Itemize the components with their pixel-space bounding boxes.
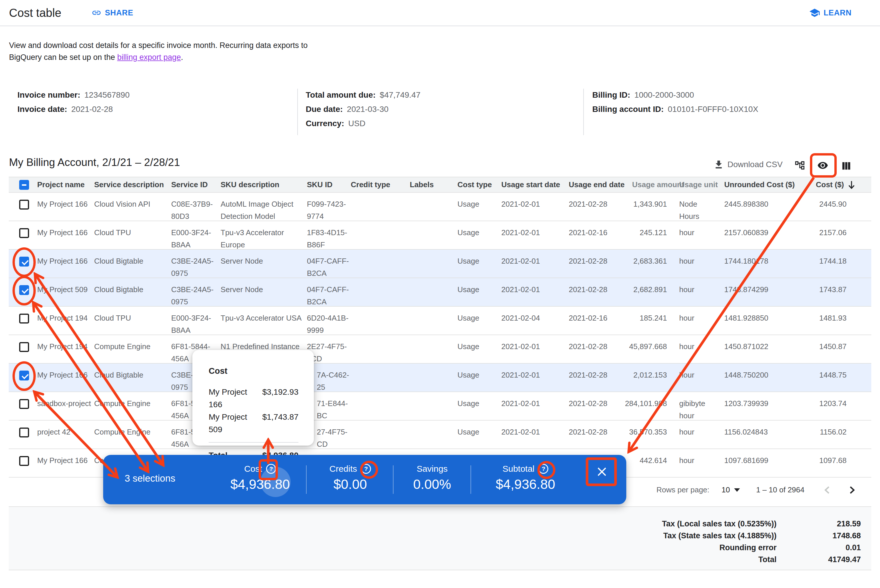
cell-unrounded-cost: 1481.928850 bbox=[719, 307, 811, 336]
cell-service-description: Compute Engine bbox=[94, 335, 171, 365]
column-header-label: SKU description bbox=[220, 180, 279, 189]
row-checkbox[interactable] bbox=[19, 285, 29, 295]
cell-usage-unit: hour bbox=[667, 221, 719, 251]
next-page-button[interactable] bbox=[846, 484, 858, 496]
column-header-sku-id[interactable]: SKU ID bbox=[307, 180, 351, 189]
row-checkbox[interactable] bbox=[19, 228, 29, 238]
cell-line: Europe bbox=[220, 238, 307, 251]
cell-sku-id: 04F7-CAFF-B2CA bbox=[307, 250, 351, 279]
row-select-cell bbox=[9, 193, 37, 222]
cell-sku-id: F099-7423-9774 bbox=[307, 193, 351, 222]
cell-usage-unit: gibibytehour bbox=[667, 392, 719, 422]
cell-usage-start-date: 2021-02-01 bbox=[501, 421, 569, 450]
column-header-labels[interactable]: Labels bbox=[410, 180, 457, 189]
column-header-usage-start-date[interactable]: Usage start date bbox=[501, 180, 569, 189]
cell-usage-start-date: 2021-02-01 bbox=[501, 221, 569, 251]
column-header-label: Service description bbox=[94, 180, 164, 189]
cell-credit-type bbox=[351, 278, 410, 308]
cell-line: E000-3F24- bbox=[171, 226, 220, 238]
cell-cost: 1203.74 bbox=[811, 392, 871, 422]
table-body: My Project 166Cloud Vision APIC08E-37B9-… bbox=[9, 193, 871, 477]
invoice-field: Billing account ID:010101-F0FFF0-10X10X bbox=[592, 102, 758, 116]
row-checkbox[interactable] bbox=[19, 399, 29, 409]
divider bbox=[583, 88, 584, 135]
column-header-usage-unit[interactable]: Usage unit bbox=[667, 180, 719, 189]
cell-project-name: My Project 194 bbox=[37, 335, 94, 365]
cell-usage-end-date: 2021-02-16 bbox=[569, 221, 632, 251]
close-selection-bar-button[interactable] bbox=[590, 460, 613, 483]
row-checkbox[interactable] bbox=[19, 314, 29, 324]
account-tree-icon-button[interactable] bbox=[794, 160, 805, 171]
download-csv-button[interactable]: Download CSV bbox=[714, 159, 783, 170]
cell-project-name: My Project 166 bbox=[37, 221, 94, 251]
column-header-cost[interactable]: Cost ($) bbox=[811, 180, 871, 190]
cell-project-name: project 42 bbox=[37, 421, 94, 450]
cell-usage-start-date: 2021-02-01 bbox=[501, 250, 569, 279]
column-header-label: Usage start date bbox=[501, 180, 560, 189]
column-header-service-description[interactable]: Service description bbox=[94, 180, 171, 189]
column-display-icon-button[interactable] bbox=[841, 160, 852, 171]
rows-per-page-select[interactable]: 10 bbox=[722, 485, 740, 494]
help-icon[interactable]: ? bbox=[538, 464, 549, 474]
cell-line: 7A-C462- bbox=[317, 369, 351, 381]
cell-line: hour bbox=[679, 369, 719, 381]
select-all-checkbox[interactable] bbox=[19, 180, 29, 190]
row-checkbox[interactable] bbox=[19, 200, 29, 210]
row-checkbox[interactable] bbox=[19, 456, 29, 466]
row-checkbox[interactable] bbox=[19, 342, 29, 352]
divider bbox=[393, 465, 393, 494]
invoice-field-label: Total amount due: bbox=[306, 90, 376, 99]
cell-line: F099-7423- bbox=[307, 198, 351, 210]
cell-labels bbox=[410, 278, 457, 308]
column-header-credit-type[interactable]: Credit type bbox=[351, 180, 410, 189]
eye-icon-button[interactable] bbox=[817, 160, 828, 171]
column-header-cost-type[interactable]: Cost type bbox=[457, 180, 501, 189]
column-header-usage-end-date[interactable]: Usage end date bbox=[569, 180, 632, 189]
cell-unrounded-cost: 1744.180178 bbox=[719, 250, 811, 279]
column-header-usage-amount[interactable]: Usage amount bbox=[632, 180, 667, 189]
cell-cost: 1156.02 bbox=[811, 421, 871, 450]
cell-service-description: Cloud TPU bbox=[94, 307, 171, 336]
invoice-field-value: $47,749.47 bbox=[380, 90, 421, 99]
billing-export-page-link[interactable]: billing export page bbox=[117, 53, 181, 62]
column-header-service-id[interactable]: Service ID bbox=[171, 180, 220, 189]
cell-cost-type: Usage bbox=[457, 421, 501, 450]
graduation-cap-icon bbox=[809, 7, 820, 18]
cell-project-name: My Project 194 bbox=[37, 307, 94, 336]
cell-usage-amount: 1,343.901 bbox=[632, 193, 667, 222]
cell-usage-end-date: 2021-02-28 bbox=[569, 193, 632, 222]
cell-usage-start-date: 2021-02-01 bbox=[501, 392, 569, 422]
cell-line: 71-E844- bbox=[317, 398, 351, 410]
selection-bar-group-label-row: Cost? bbox=[231, 463, 290, 475]
table-row: project 42Compute Engine6F81-5844-456A27… bbox=[9, 421, 871, 449]
invoice-field: Total amount due:$47,749.47 bbox=[306, 88, 421, 102]
cell-project-name: My Project 509 bbox=[37, 278, 94, 308]
learn-button[interactable]: LEARN bbox=[809, 7, 852, 18]
column-header-unrounded-cost[interactable]: Unrounded Cost ($) bbox=[719, 180, 811, 189]
cell-usage-unit: hour bbox=[667, 250, 719, 279]
invoice-field-label: Billing account ID: bbox=[592, 105, 664, 114]
column-header-label: Project name bbox=[37, 180, 85, 189]
column-header-project-name[interactable]: Project name bbox=[37, 180, 94, 189]
row-select-cell bbox=[9, 335, 37, 365]
help-icon[interactable]: ? bbox=[361, 464, 371, 474]
row-checkbox[interactable] bbox=[19, 370, 29, 381]
page-range-label: 1 – 10 of 2964 bbox=[756, 485, 804, 494]
cell-usage-amount: 442.614 bbox=[632, 449, 667, 477]
help-icon[interactable]: ? bbox=[266, 464, 276, 474]
column-header-label: SKU ID bbox=[307, 180, 333, 189]
cell-labels bbox=[410, 250, 457, 279]
learn-label: LEARN bbox=[824, 8, 852, 18]
row-select-cell bbox=[9, 364, 37, 393]
tax-summary-row: Tax (Local sales tax (0.5235%))218.59 bbox=[9, 518, 861, 530]
share-button[interactable]: SHARE bbox=[91, 8, 133, 18]
row-checkbox[interactable] bbox=[19, 428, 29, 438]
cell-line: hour bbox=[679, 312, 719, 324]
row-checkbox[interactable] bbox=[19, 256, 29, 267]
tooltip-row-label: My Project 166 bbox=[209, 386, 262, 411]
select-all-cell bbox=[9, 180, 37, 190]
cell-labels bbox=[410, 392, 457, 422]
column-header-sku-description[interactable]: SKU description bbox=[220, 180, 307, 189]
previous-page-button[interactable] bbox=[822, 484, 833, 496]
selection-bar-group-value: 0.00% bbox=[413, 476, 451, 492]
